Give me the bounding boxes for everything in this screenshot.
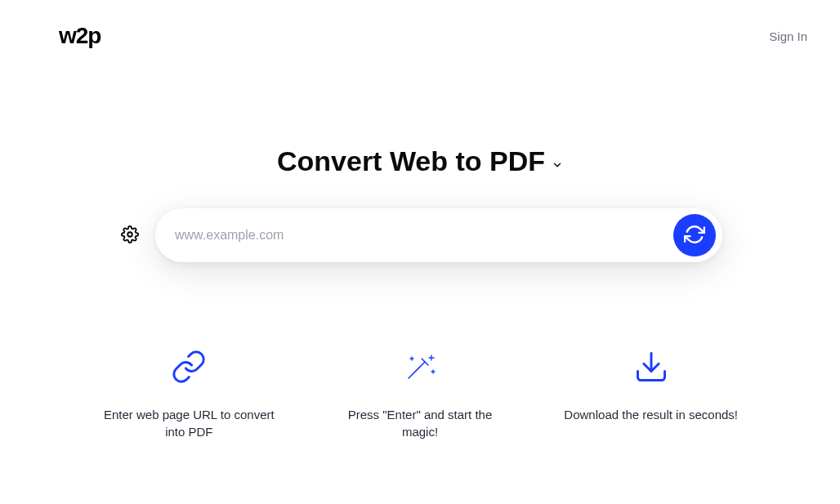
svg-point-0 [127,232,132,237]
chevron-down-icon [552,159,563,171]
sign-in-link[interactable]: Sign In [769,29,807,43]
convert-button[interactable] [673,214,716,256]
settings-button[interactable] [118,222,142,249]
feature-text: Press "Enter" and start the magic! [330,406,510,440]
page-title: Convert Web to PDF [277,145,545,177]
feature-text: Download the result in seconds! [564,406,738,423]
download-icon [633,347,669,386]
feature-text: Enter web page URL to convert into PDF [99,406,279,440]
url-input-container [155,208,722,262]
url-input[interactable] [175,214,673,256]
feature-step-2: Press "Enter" and start the magic! [321,347,520,440]
logo[interactable]: w2p [59,23,101,49]
link-icon [171,347,207,386]
svg-line-1 [409,362,425,378]
feature-step-1: Enter web page URL to convert into PDF [90,347,288,440]
title-dropdown[interactable]: Convert Web to PDF [277,145,563,177]
magic-wand-icon [400,347,440,386]
refresh-icon [684,224,705,248]
gear-icon [121,225,139,246]
feature-step-3: Download the result in seconds! [552,347,750,440]
